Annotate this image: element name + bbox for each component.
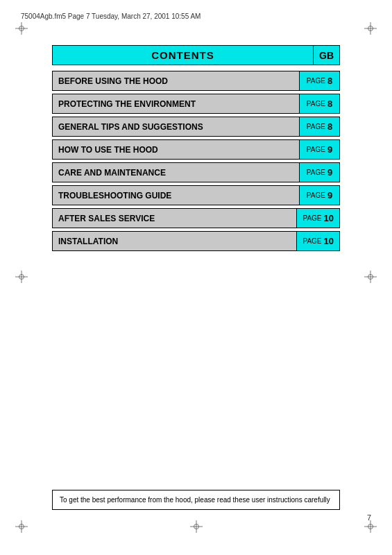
page-num: 8 [327,121,332,132]
toc-label: GENERAL TIPS AND SUGGESTIONS [53,117,299,136]
crosshair-bot-center [190,520,203,533]
toc-page: PAGE10 [296,209,339,228]
main-content: CONTENTS GB BEFORE USING THE HOODPAGE8PR… [52,45,340,254]
page-num: 8 [327,76,332,86]
toc-page: PAGE10 [296,232,339,250]
toc-label: PROTECTING THE ENVIRONMENT [53,94,299,113]
crosshair-top-right [364,22,377,35]
toc-row: INSTALLATIONPAGE10 [52,231,340,251]
toc-page: PAGE8 [299,71,339,90]
contents-gb-label: GB [313,46,339,65]
page-word: PAGE [307,77,325,85]
toc-label: TROUBLESHOOTING GUIDE [53,186,299,205]
crosshair-mid-right [364,271,377,283]
toc-page: PAGE9 [299,186,339,205]
bottom-note: To get the best performance from the hoo… [52,490,340,510]
toc-row: BEFORE USING THE HOODPAGE8 [52,71,340,91]
page-num: 9 [327,144,332,155]
toc-page: PAGE9 [299,140,339,159]
toc-row: HOW TO USE THE HOODPAGE9 [52,139,340,160]
header-filename: 75004Agb.fm5 Page 7 Tuesday, March 27, 2… [21,12,201,20]
toc-page: PAGE8 [299,94,339,113]
page-word: PAGE [302,214,321,222]
toc-label: INSTALLATION [53,232,296,250]
contents-title: CONTENTS [53,46,313,65]
page-num: 9 [327,167,332,178]
page-word: PAGE [307,169,325,176]
header-bar: 75004Agb.fm5 Page 7 Tuesday, March 27, 2… [21,12,371,20]
page-word: PAGE [307,191,325,199]
toc-row: GENERAL TIPS AND SUGGESTIONSPAGE8 [52,117,340,137]
toc-label: HOW TO USE THE HOOD [53,140,299,159]
page-number: 7 [367,513,371,522]
crosshair-top-left [15,22,28,35]
toc-page: PAGE9 [299,163,339,182]
crosshair-bot-right [364,520,377,533]
page-word: PAGE [307,146,325,153]
contents-header: CONTENTS GB [52,45,340,65]
crosshair-bot-left [15,520,28,533]
page-num: 9 [327,190,332,200]
page-word: PAGE [302,237,321,245]
toc-label: BEFORE USING THE HOOD [53,71,299,90]
page-word: PAGE [307,100,325,108]
toc-row: PROTECTING THE ENVIRONMENTPAGE8 [52,94,340,114]
toc-row: CARE AND MAINTENANCEPAGE9 [52,162,340,182]
page-num: 10 [324,213,334,223]
page-word: PAGE [307,123,325,130]
toc-container: BEFORE USING THE HOODPAGE8PROTECTING THE… [52,71,340,251]
toc-label: AFTER SALES SERVICE [53,209,296,228]
toc-page: PAGE8 [299,117,339,136]
toc-row: AFTER SALES SERVICEPAGE10 [52,208,340,228]
page: 75004Agb.fm5 Page 7 Tuesday, March 27, 2… [0,0,392,555]
toc-row: TROUBLESHOOTING GUIDEPAGE9 [52,185,340,205]
page-num: 8 [327,99,332,109]
toc-label: CARE AND MAINTENANCE [53,163,299,182]
crosshair-mid-left [15,271,28,283]
page-num: 10 [324,236,334,246]
